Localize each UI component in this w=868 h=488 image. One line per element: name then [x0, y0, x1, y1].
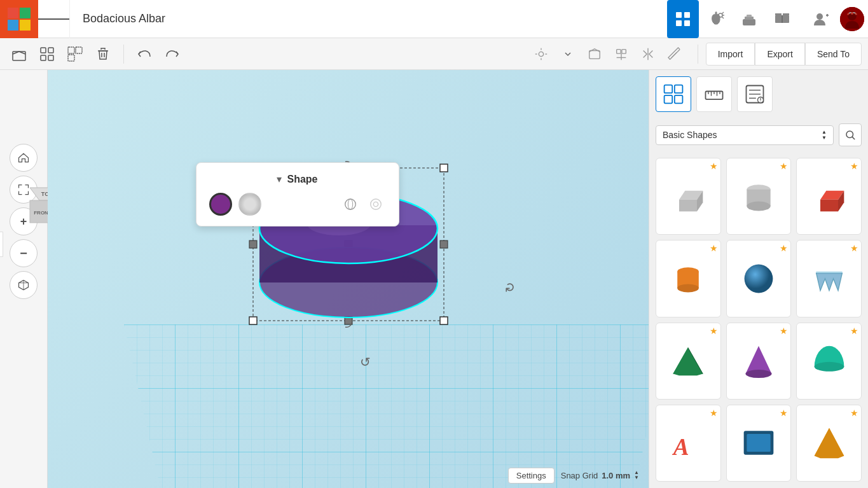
dropdown-arrows: ▲ ▼ — [822, 130, 827, 141]
group-button[interactable] — [34, 41, 60, 67]
shape-panel-chevron[interactable]: ▾ — [277, 173, 282, 185]
shape-thumb-cylinder — [740, 178, 778, 216]
star-text[interactable]: ★ — [850, 243, 858, 253]
svg-marker-98 — [673, 348, 703, 376]
svg-rect-21 — [41, 48, 46, 53]
handle-br — [440, 317, 448, 324]
perspective-button[interactable] — [10, 271, 38, 299]
star-cone[interactable]: ★ — [780, 326, 788, 336]
menu-button[interactable] — [38, 0, 70, 38]
light-dropdown[interactable] — [555, 41, 581, 67]
perspective-icon — [17, 279, 30, 291]
light-toggle[interactable] — [528, 41, 554, 67]
home-view-button[interactable] — [10, 144, 38, 172]
cylinder-svg — [741, 179, 776, 214]
star-box[interactable]: ★ — [710, 161, 718, 171]
shape-item-pyramid[interactable]: ★ — [656, 323, 721, 400]
canvas-area[interactable]: Workplane ▾ Shape — [48, 70, 649, 488]
box-svg — [670, 179, 706, 214]
star-pyramid[interactable]: ★ — [710, 326, 718, 336]
user-avatar-image — [840, 7, 864, 31]
shape-item-extra2[interactable]: ★ — [726, 405, 792, 482]
svg-marker-108 — [814, 428, 844, 459]
star-cylinder[interactable]: ★ — [780, 161, 788, 171]
left-sidebar: TOP FRONT + − — [0, 70, 48, 488]
user-avatar[interactable] — [836, 0, 868, 38]
star-extra3[interactable]: ★ — [850, 408, 858, 418]
svg-point-102 — [745, 370, 771, 378]
import-button[interactable]: Import — [706, 43, 755, 66]
grid-view-button[interactable] — [667, 0, 699, 38]
shape-item-box[interactable]: ★ — [656, 158, 721, 235]
snap-grid-stepper[interactable]: ▲ ▼ — [634, 470, 639, 480]
shape-thumb-box — [669, 178, 707, 216]
shape-thumb-sphere — [740, 260, 778, 298]
mirror-tool[interactable] — [635, 41, 661, 67]
frame-tool[interactable] — [609, 41, 634, 67]
shape-item-cone[interactable]: ★ — [726, 323, 792, 400]
ungroup-button[interactable] — [62, 41, 88, 67]
send-to-button[interactable]: Send To — [805, 43, 862, 66]
svg-rect-36 — [589, 50, 600, 59]
shape-thumb-red-box — [810, 178, 848, 216]
star-extra2[interactable]: ★ — [780, 408, 788, 418]
add-user-button[interactable] — [804, 0, 836, 38]
rotate-handle-bottom[interactable]: ↺ — [360, 354, 371, 370]
shape-thumb-extra2 — [740, 424, 778, 462]
notes-tab[interactable] — [737, 76, 773, 112]
shape-item-extra3[interactable]: ★ — [796, 405, 862, 482]
zoom-out-button[interactable]: − — [10, 239, 38, 267]
project-name[interactable]: Bodacious Albar — [70, 12, 667, 25]
shape-item-sphere[interactable]: ★ — [726, 240, 792, 317]
svg-point-19 — [855, 13, 857, 15]
delete-button[interactable] — [90, 41, 116, 67]
shape-item-orange-cylinder[interactable]: ★ — [656, 240, 721, 317]
star-sphere[interactable]: ★ — [780, 243, 788, 253]
svg-point-59 — [373, 202, 378, 206]
star-dome[interactable]: ★ — [850, 326, 858, 336]
material-button[interactable] — [340, 194, 361, 214]
frame-icon — [614, 47, 628, 61]
rotate-handle-right[interactable]: ↻ — [502, 281, 518, 292]
ruler-tab[interactable] — [696, 76, 732, 112]
svg-rect-65 — [665, 85, 673, 94]
redo-button[interactable] — [160, 41, 185, 67]
shapes-tab[interactable] — [656, 76, 691, 112]
shapes-category-dropdown[interactable]: Basic Shapes ▲ ▼ — [656, 125, 834, 145]
ruler-icon — [668, 47, 682, 61]
new-workplane-button[interactable] — [6, 41, 32, 67]
search-button[interactable] — [839, 123, 862, 146]
ruler-tool[interactable] — [662, 41, 687, 67]
bottom-bar: Settings Snap Grid 1.0 mm ▲ ▼ — [48, 463, 649, 488]
logo[interactable] — [0, 0, 38, 38]
grid-view-icon — [674, 10, 692, 28]
view-tools — [528, 41, 687, 67]
hand-tool-button[interactable] — [700, 0, 732, 38]
star-red-box[interactable]: ★ — [850, 161, 858, 171]
solid-shape-button[interactable] — [209, 193, 232, 216]
shape-item-extra1[interactable]: ★ A — [656, 405, 721, 482]
shape-item-red-box[interactable]: ★ — [796, 158, 862, 235]
shape-item-text[interactable]: ★ — [796, 240, 862, 317]
star-orange-cyl[interactable]: ★ — [710, 243, 718, 253]
bricks-tool-button[interactable] — [766, 0, 798, 38]
build-tool-button[interactable] — [733, 0, 765, 38]
shape-thumb-extra3 — [810, 424, 848, 462]
svg-rect-0 — [676, 12, 682, 18]
undo-button[interactable] — [132, 41, 157, 67]
shape-thumb-extra1: A — [669, 424, 707, 462]
hole-shape-button[interactable] — [238, 193, 261, 216]
snap-down-arrow[interactable]: ▼ — [634, 475, 639, 480]
camera-view[interactable] — [582, 41, 607, 67]
visibility-button[interactable] — [366, 194, 386, 214]
shape-item-dome[interactable]: ★ — [796, 323, 862, 400]
svg-marker-101 — [745, 346, 771, 374]
shape-item-cylinder[interactable]: ★ — [726, 158, 792, 235]
svg-rect-2 — [676, 20, 682, 26]
star-extra1[interactable]: ★ — [710, 408, 718, 418]
settings-button[interactable]: Settings — [508, 468, 555, 484]
svg-rect-10 — [775, 13, 782, 15]
collapse-panel-button[interactable]: ❯ — [0, 232, 3, 257]
text-svg — [811, 261, 847, 296]
export-button[interactable]: Export — [755, 43, 804, 66]
